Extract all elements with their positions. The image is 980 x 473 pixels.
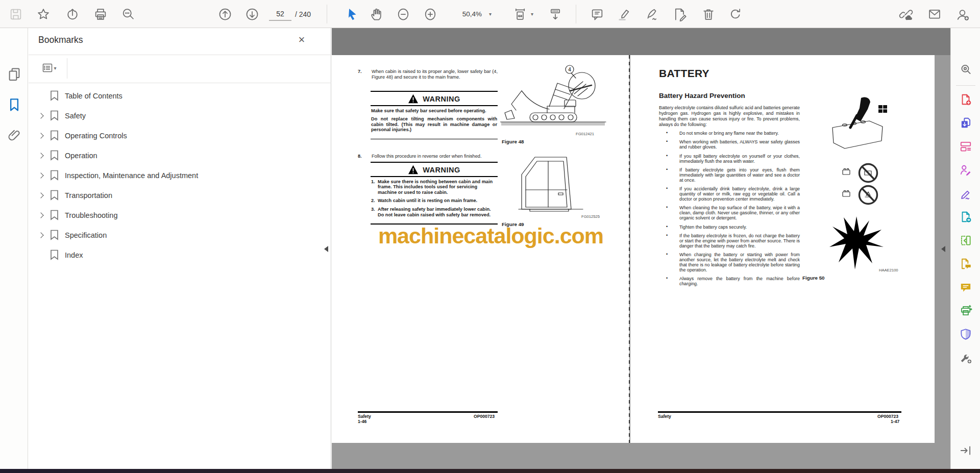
highlight-icon[interactable] xyxy=(617,7,631,21)
search-icon[interactable] xyxy=(121,7,135,21)
panel-divider xyxy=(29,55,331,55)
warning-title: WARNING xyxy=(423,95,460,103)
warning-text: After releasing safety bar immediately l… xyxy=(378,207,491,217)
next-page-icon[interactable] xyxy=(245,7,259,21)
bookmark-icon xyxy=(50,150,59,163)
figure-50-battery-art xyxy=(825,96,892,153)
zoom-level-value[interactable]: 50,4% xyxy=(457,10,482,18)
save-icon[interactable] xyxy=(9,7,23,21)
star-icon[interactable] xyxy=(36,7,51,21)
collapse-panel-arrow[interactable] xyxy=(323,243,330,255)
bookmark-icon xyxy=(50,250,59,262)
figure-50-label: Figure 50 xyxy=(802,275,825,281)
more-tools-icon[interactable] xyxy=(959,351,972,364)
document-comment-icon[interactable] xyxy=(959,257,972,270)
bookmarks-panel-icon[interactable] xyxy=(7,97,22,112)
fit-dropdown-caret-icon[interactable]: ▾ xyxy=(531,11,533,17)
warning-box: WARNING Make sure that safety bar secure… xyxy=(371,91,498,139)
page-thumbnails-icon[interactable] xyxy=(7,66,22,82)
bookmark-item-index[interactable]: Index xyxy=(29,245,331,265)
footer-section: Safety xyxy=(658,414,671,419)
rotate-icon[interactable] xyxy=(728,7,743,21)
bullet-item: •Tighten the battery caps securely. xyxy=(659,225,800,230)
bookmark-item-specification[interactable]: Specification xyxy=(29,225,331,245)
bookmark-icon xyxy=(50,170,59,183)
request-signatures-icon[interactable] xyxy=(959,163,972,177)
delete-icon[interactable] xyxy=(701,7,716,21)
document-area[interactable]: 7. When cabin is raised to its proper an… xyxy=(332,28,950,469)
bookmark-item-operating-controls[interactable]: Operating Controls xyxy=(29,126,331,145)
bookmark-item-safety[interactable]: Safety xyxy=(29,106,331,126)
toolbar-separator xyxy=(576,5,576,23)
zoom-out-icon[interactable] xyxy=(396,7,410,21)
select-tool-icon[interactable] xyxy=(345,7,359,21)
step-number: 7. xyxy=(358,69,362,74)
bookmark-item-table-of-contents[interactable]: Table of Contents xyxy=(29,86,331,106)
chevron-right-icon[interactable] xyxy=(38,153,43,158)
scan-ocr-icon[interactable] xyxy=(959,234,972,247)
previous-page-icon[interactable] xyxy=(218,7,232,21)
zoom-in-icon[interactable] xyxy=(423,7,437,21)
warning-text: Do not replace tilting mechanism compone… xyxy=(371,116,497,133)
toolbar-separator xyxy=(327,5,327,23)
figure-49-code: FG012525 xyxy=(581,214,600,219)
chevron-right-icon[interactable] xyxy=(38,232,43,238)
bookmark-item-operation[interactable]: Operation xyxy=(29,145,331,165)
bullet-item: •When working with batteries, ALWAYS wea… xyxy=(659,140,800,150)
bookmark-item-troubleshooting[interactable]: Troubleshooting xyxy=(29,205,331,225)
chevron-right-icon[interactable] xyxy=(38,113,43,118)
bookmark-icon xyxy=(50,90,59,103)
page-number-input[interactable] xyxy=(269,7,291,21)
footer-rule xyxy=(358,411,498,413)
footer-page-number: 1-47 xyxy=(891,419,899,424)
bookmark-item-transportation[interactable]: Transportation xyxy=(29,185,331,205)
bookmark-options-icon[interactable]: ▾ xyxy=(37,61,61,75)
bookmark-item-inspection-maintenance[interactable]: Inspection, Maintenance and Adjustment xyxy=(29,165,331,185)
comment-icon[interactable] xyxy=(590,7,604,21)
zoom-dropdown-caret-icon[interactable]: ▾ xyxy=(489,11,492,17)
bullet-item: •Do not smoke or bring any flame near th… xyxy=(659,131,800,136)
bookmark-item-label: Inspection, Maintenance and Adjustment xyxy=(65,171,198,180)
step-number: 8. xyxy=(358,154,362,159)
bullet-item: •When charging the battery or starting w… xyxy=(659,253,800,273)
search-document-icon[interactable] xyxy=(959,63,972,76)
panel-title: Bookmarks xyxy=(38,35,83,45)
chevron-right-icon[interactable] xyxy=(38,133,43,138)
account-icon[interactable] xyxy=(955,7,970,21)
page-divider-dashed xyxy=(629,55,630,443)
sign-icon[interactable] xyxy=(645,7,659,21)
pdf-viewer-window: / 240 50,4% ▾ ▾ xyxy=(0,0,980,473)
bookmarks-panel: Bookmarks × ▾ Table of Contents Safety O… xyxy=(29,28,331,469)
fit-width-icon[interactable] xyxy=(513,7,527,21)
chevron-right-icon[interactable] xyxy=(38,212,43,218)
create-pdf-icon[interactable] xyxy=(959,93,972,106)
edit-page-icon[interactable] xyxy=(673,7,687,21)
fill-and-sign-icon[interactable] xyxy=(959,187,972,200)
email-icon[interactable] xyxy=(927,7,942,21)
hand-tool-icon[interactable] xyxy=(370,7,384,21)
expand-tools-arrow[interactable] xyxy=(940,243,947,255)
export-pdf-icon[interactable] xyxy=(959,210,972,223)
warning-text: Make sure there is nothing between cabin… xyxy=(378,179,493,195)
footer-doc-code: OP000723 xyxy=(877,414,898,419)
print-production-icon[interactable] xyxy=(959,304,972,317)
bookmarks-list: Table of Contents Safety Operating Contr… xyxy=(29,86,331,265)
list-number: 2. xyxy=(371,198,375,204)
print-icon[interactable] xyxy=(93,7,108,21)
open-pane-arrow-icon[interactable] xyxy=(959,444,972,457)
section-heading: Battery Hazard Prevention xyxy=(659,92,745,99)
close-icon[interactable]: × xyxy=(294,32,309,47)
scrolling-mode-icon[interactable] xyxy=(548,7,562,21)
warning-triangle-icon xyxy=(408,94,419,104)
chevron-right-icon[interactable] xyxy=(38,192,43,198)
combine-files-icon[interactable] xyxy=(959,116,972,130)
protect-icon[interactable] xyxy=(959,328,972,341)
attachments-icon[interactable] xyxy=(7,128,22,143)
share-upload-icon[interactable] xyxy=(65,7,80,21)
bullet-item: •If you spill battery electrolyte on you… xyxy=(659,154,800,164)
share-link-icon[interactable] xyxy=(899,7,913,21)
organize-pages-icon[interactable] xyxy=(959,140,972,153)
warning-triangle-icon xyxy=(408,165,419,175)
comment-bubble-icon[interactable] xyxy=(959,281,972,294)
chevron-right-icon[interactable] xyxy=(38,172,43,178)
